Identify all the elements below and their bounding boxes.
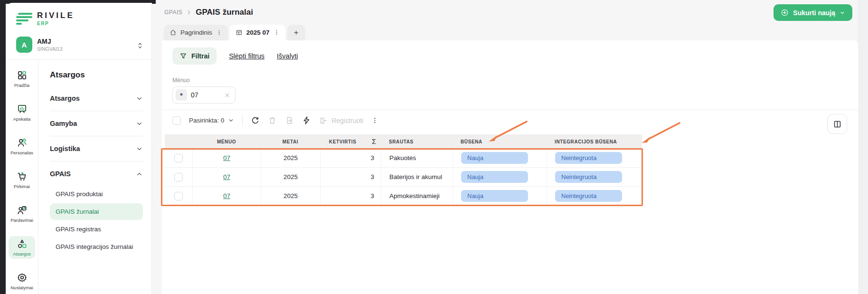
submenu-item-gpais-integracijos-zurnalai[interactable]: GPAIS integracijos žurnalai	[50, 238, 143, 255]
brand-name: RIVILE	[37, 11, 75, 19]
rail-item-apskaita[interactable]: Apskaita	[9, 101, 35, 124]
table-header-row: MĖNUO METAI KETVIRTIS Σ SRAUTAS BŪSENA I…	[165, 134, 642, 149]
column-header-menuo[interactable]: MĖNUO	[192, 139, 261, 144]
actions-bolt-button[interactable]	[302, 116, 311, 125]
people-icon	[17, 137, 28, 148]
sidebar: RIVILE ERP A AMJ SINGVAI13 Pradžia Ap	[6, 3, 152, 294]
content-panel: Filtrai Slėpti filtrus Išvalyti Mėnuo * …	[162, 40, 859, 294]
row-checkbox[interactable]	[174, 192, 183, 200]
menu-section-atsargos[interactable]: Atsargos	[50, 88, 143, 108]
cell-srautas: Pakuotės	[381, 149, 453, 167]
cell-ketvirtis: 3	[320, 149, 381, 167]
column-header-metai[interactable]: METAI	[261, 139, 320, 144]
rail-item-pirkimai[interactable]: Pirkimai	[9, 169, 35, 191]
tab-bar: Pagrindinis 2025 07 +	[164, 25, 305, 40]
cell-metai: 2025	[261, 168, 320, 186]
tab-2025-07[interactable]: 2025 07	[230, 25, 285, 40]
tab-pagrindinis[interactable]: Pagrindinis	[164, 25, 228, 40]
register-icon	[319, 116, 328, 125]
more-actions-menu[interactable]	[371, 117, 378, 124]
create-new-button[interactable]: Sukurti naują	[774, 4, 852, 21]
rail-item-pradzia[interactable]: Pradžia	[9, 67, 35, 90]
menu-section-gpais[interactable]: GPAIS	[50, 164, 143, 184]
divider	[242, 115, 243, 126]
columns-icon	[833, 120, 842, 129]
tab-menu-icon[interactable]	[216, 29, 222, 36]
rail-item-nustatymai[interactable]: Nustatymai	[9, 270, 35, 293]
main-area: GPAIS GPAIS žurnalai Sukurti naują Pagri…	[152, 0, 859, 294]
cell-metai: 2025	[261, 187, 320, 205]
submenu-item-gpais-registras[interactable]: GPAIS registras	[50, 221, 143, 237]
tab-menu-icon[interactable]	[274, 29, 280, 36]
page-title: GPAIS žurnalai	[196, 8, 253, 17]
list-toolbar: Pasirinkta: 0 Registruoti	[162, 110, 859, 131]
integration-status-badge: Neintegruota	[555, 190, 622, 202]
user-account: SINGVAI13	[37, 46, 63, 52]
month-filter-input[interactable]: *	[172, 86, 236, 104]
cell-ketvirtis: 3	[320, 187, 381, 205]
wildcard-toggle[interactable]: *	[176, 89, 187, 101]
scrollbar-track[interactable]	[859, 0, 868, 294]
clear-filters-link[interactable]: Išvalyti	[277, 52, 298, 60]
divider	[50, 161, 143, 161]
sum-sigma-icon[interactable]: Σ	[372, 138, 376, 145]
breadcrumb-root[interactable]: GPAIS	[164, 9, 182, 16]
table-row[interactable]: 07 2025 3 Baterijos ir akumul Nauja Nein…	[165, 168, 642, 187]
chevron-down-icon	[136, 145, 143, 152]
person-arrow-icon	[17, 205, 28, 216]
gpais-submenu: GPAIS produktai GPAIS žurnalai GPAIS reg…	[50, 184, 143, 256]
table-row[interactable]: 07 2025 3 Pakuotės Nauja Neintegruota	[165, 149, 642, 168]
refresh-button[interactable]	[251, 116, 260, 125]
hide-filters-link[interactable]: Slėpti filtrus	[229, 52, 264, 60]
month-link[interactable]: 07	[223, 154, 230, 161]
module-heading: Atsargos	[50, 70, 143, 80]
chevron-down-icon	[136, 95, 143, 102]
month-link[interactable]: 07	[223, 192, 230, 199]
accounting-board-icon	[17, 104, 28, 114]
month-value-input[interactable]	[191, 91, 214, 99]
filters-button[interactable]: Filtrai	[172, 47, 217, 65]
user-name: AMJ	[37, 38, 63, 45]
clear-value-icon[interactable]	[224, 92, 230, 98]
column-header-integracijos-busena[interactable]: INTEGRACIJOS BŪSENA	[547, 139, 642, 144]
rail-item-pardavimai[interactable]: Pardavimai	[9, 202, 35, 225]
column-settings-button[interactable]	[827, 114, 847, 134]
avatar: A	[16, 37, 32, 53]
row-checkbox[interactable]	[174, 173, 183, 181]
home-icon	[170, 29, 177, 36]
chevron-up-icon	[136, 171, 143, 178]
submenu-item-gpais-zurnalai[interactable]: GPAIS žurnalai	[50, 203, 143, 220]
chevron-down-icon	[840, 10, 845, 16]
column-header-busena[interactable]: BŪSENA	[453, 139, 547, 144]
month-link[interactable]: 07	[223, 173, 230, 180]
selected-count-dropdown[interactable]: Pasirinkta: 0	[189, 117, 234, 124]
status-badge: Nauja	[461, 171, 528, 183]
export-document-button[interactable]	[285, 116, 294, 125]
journal-table: MĖNUO METAI KETVIRTIS Σ SRAUTAS BŪSENA I…	[165, 134, 642, 206]
brand-logo[interactable]: RIVILE ERP	[6, 3, 151, 32]
cell-metai: 2025	[261, 149, 320, 167]
cart-icon	[17, 171, 28, 182]
menu-section-logistika[interactable]: Logistika	[50, 139, 143, 159]
select-all-checkbox[interactable]	[172, 116, 181, 125]
account-switcher-icon[interactable]	[136, 42, 144, 49]
register-button[interactable]: Registruoti	[319, 116, 363, 125]
rail-item-personalas[interactable]: Personalas	[9, 135, 35, 158]
cell-srautas: Apmokestinamieji	[381, 187, 453, 205]
table-icon	[236, 29, 243, 36]
row-checkbox[interactable]	[174, 154, 183, 162]
rail-item-atsargos[interactable]: Atsargos	[9, 236, 35, 259]
user-profile[interactable]: A AMJ SINGVAI13	[6, 32, 151, 60]
add-tab-button[interactable]: +	[287, 25, 305, 40]
column-header-srautas[interactable]: SRAUTAS	[381, 139, 453, 144]
submenu-item-gpais-produktai[interactable]: GPAIS produktai	[50, 186, 143, 202]
topbar: GPAIS GPAIS žurnalai Sukurti naują	[152, 0, 859, 25]
chevron-down-icon	[136, 120, 143, 127]
status-badge: Nauja	[461, 152, 528, 164]
table-row[interactable]: 07 2025 3 Apmokestinamieji Nauja Neinteg…	[165, 187, 642, 206]
menu-section-gamyba[interactable]: Gamyba	[50, 114, 143, 133]
brand-subtitle: ERP	[37, 21, 75, 26]
delete-button[interactable]	[268, 116, 277, 125]
column-header-ketvirtis[interactable]: KETVIRTIS Σ	[320, 138, 381, 145]
breadcrumb-chevron-icon	[186, 9, 192, 16]
